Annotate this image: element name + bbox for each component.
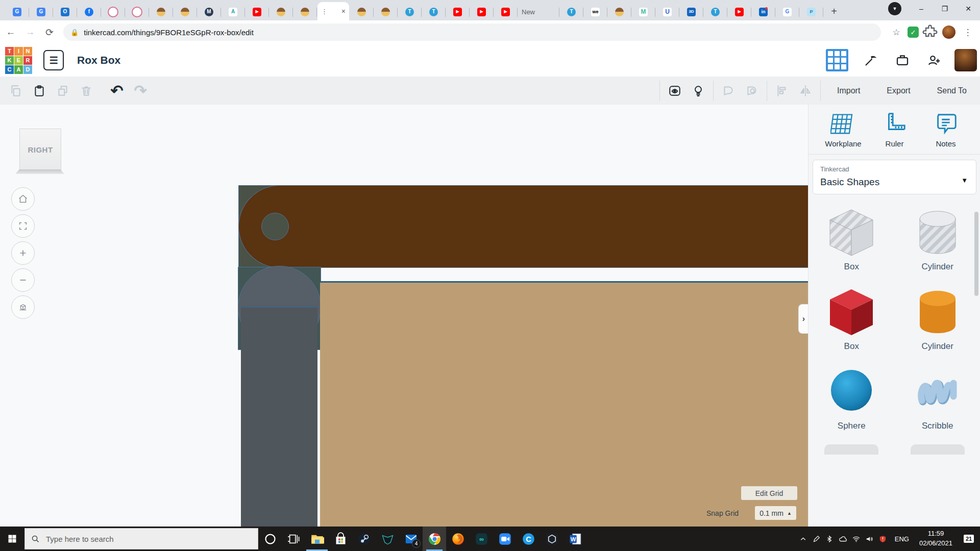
reload-icon[interactable]: ⟳ [41,23,58,41]
tray-alert-red-icon[interactable] [876,527,890,551]
tab-mhex[interactable]: M [197,3,221,20]
tab-new[interactable]: New [518,3,559,20]
panel-collapse-handle[interactable]: › [798,304,808,334]
perspective-toggle-button[interactable] [11,295,35,319]
tab-bear[interactable] [269,3,293,20]
tab-bear[interactable] [607,3,631,20]
action-center-button[interactable]: 21 [958,527,980,551]
taskbar-file-explorer-icon[interactable] [305,527,329,551]
new-tab-button[interactable]: + [826,4,842,19]
url-text[interactable]: tinkercad.com/things/9FBOR1eSGpR-rox-box… [84,28,254,37]
shape-tan-box[interactable] [320,281,808,527]
dashboard-grid-button[interactable] [826,49,848,71]
show-all-button[interactable] [663,81,687,101]
active-tab[interactable]: ⋮× [317,2,349,20]
taskbar-unity-icon[interactable] [540,527,564,551]
taskbar-task-view-icon[interactable] [282,527,305,551]
shape-slate-column[interactable] [241,307,317,527]
shape-item-box[interactable]: Box [818,206,885,272]
tab-linkedin[interactable]: in [751,3,775,20]
browser-menu-icon[interactable]: ⋮ [960,24,976,40]
home-view-button[interactable] [11,187,35,211]
tab-bear[interactable] [350,3,374,20]
browser-avatar[interactable] [942,26,955,39]
extensions-puzzle-icon[interactable] [922,24,938,40]
extension-check-icon[interactable]: ✓ [908,27,919,38]
import-button[interactable]: Import [824,77,873,105]
paste-button[interactable] [28,81,51,101]
snap-grid-dropdown[interactable]: 0.1 mm ▲ [755,506,796,520]
tab-tinkercad[interactable]: T [422,3,446,20]
panel-tool-ruler[interactable]: Ruler [873,111,916,148]
tab-we[interactable]: we [583,3,607,20]
hide-selected-button[interactable] [687,81,710,101]
tab-rose[interactable] [125,3,149,20]
window-minimize-button[interactable]: – [910,0,933,17]
tab-rose[interactable] [101,3,125,20]
tab-bear[interactable] [173,3,197,20]
undo-button[interactable]: ↶ [105,81,129,101]
taskbar-chrome-icon[interactable] [423,527,446,551]
shape-item-scribble[interactable]: Scribble [904,365,971,431]
tray-pen-icon[interactable] [810,527,823,551]
export-button[interactable]: Export [873,77,923,105]
tab-close-icon[interactable]: × [341,7,346,15]
forward-icon[interactable]: → [21,23,39,41]
redo-button[interactable]: ↷ [129,81,152,101]
delete-button[interactable] [75,81,98,101]
tab-bear[interactable] [293,3,317,20]
tab-youtube[interactable]: ▶ [494,3,518,20]
3d-canvas[interactable]: RIGHT Edit Grid Snap Grid 0.1 mm ▲ › [0,105,808,527]
zoom-out-button[interactable] [11,268,35,292]
tab-youtube[interactable]: ▶ [446,3,470,20]
taskbar-cortana-icon[interactable] [258,527,282,551]
tab-facebook[interactable]: f [77,3,101,20]
shape-hole-circle[interactable] [261,213,289,240]
shape-item-sphere[interactable]: Sphere [818,365,885,431]
tab-printer[interactable]: P [799,3,823,20]
taskbar-word-icon[interactable]: W [564,527,587,551]
edit-grid-button[interactable]: Edit Grid [741,486,797,500]
mirror-button[interactable] [794,81,817,101]
shape-item-cylinder[interactable]: Cylinder [904,206,971,272]
shape-library-dropdown[interactable]: Tinkercad Basic Shapes ▼ [813,160,976,194]
tray-chevron-up-icon[interactable] [797,527,810,551]
panel-scrollbar[interactable] [974,212,978,296]
view-cube[interactable]: RIGHT [19,129,61,170]
zoom-in-button[interactable] [11,241,35,265]
profile-avatar[interactable] [954,49,977,71]
taskbar-search-input[interactable]: Type here to search [24,528,258,549]
design-title[interactable]: Rox Box [77,54,120,66]
panel-tool-notes[interactable]: Notes [924,111,967,148]
tab-translate[interactable]: G [29,3,53,20]
window-restore-button[interactable]: ❐ [933,0,957,17]
tab-mgreen[interactable]: M [631,3,655,20]
briefcase-icon[interactable] [891,49,914,71]
tray-bluetooth-icon[interactable] [823,527,837,551]
shape-item-cylinder[interactable]: Cylinder [904,285,971,352]
shape-item-box[interactable]: Box [818,285,885,352]
start-button[interactable] [0,527,24,551]
invite-person-icon[interactable] [923,49,945,71]
tab-google[interactable]: G [775,3,799,20]
taskbar-loop-icon[interactable]: ∞ [470,527,493,551]
taskbar-zoom-app-icon[interactable] [493,527,517,551]
tab-youtube[interactable]: ▶ [727,3,751,20]
fit-view-button[interactable] [11,214,35,238]
shape-brown-bar[interactable] [238,185,808,268]
taskbar-mail-icon[interactable]: 4 [399,527,423,551]
tab-youtube[interactable]: ▶ [470,3,494,20]
taskbar-predator-icon[interactable] [376,527,399,551]
window-close-button[interactable]: ✕ [957,0,980,17]
send-to-button[interactable]: Send To [924,77,980,105]
tab-outlook[interactable]: O [53,3,77,20]
ungroup-button[interactable] [740,81,764,101]
tray-volume-icon[interactable] [863,527,876,551]
tinkercad-logo[interactable]: TINKERCAD [5,47,32,74]
copy-button[interactable] [4,81,28,101]
taskbar-store-icon[interactable] [329,527,352,551]
omnibox[interactable]: 🔒 tinkercad.com/things/9FBOR1eSGpR-rox-b… [63,23,881,41]
tab-ublue[interactable]: U [655,3,679,20]
tab-threed[interactable]: 3D [679,3,703,20]
language-indicator[interactable]: ENG [890,535,914,543]
